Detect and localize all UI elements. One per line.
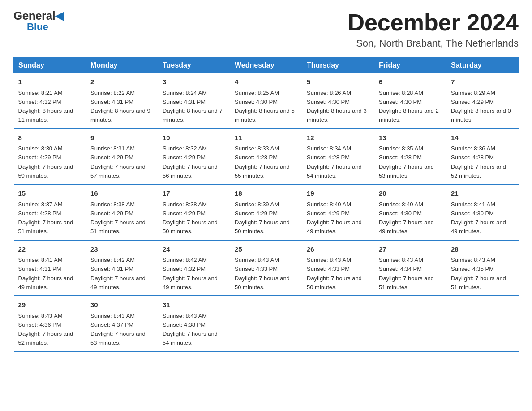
day-daylight: Daylight: 7 hours and 52 minutes. <box>18 330 73 346</box>
day-sunset: Sunset: 4:29 PM <box>163 210 206 217</box>
day-cell: 21 Sunrise: 8:41 AM Sunset: 4:30 PM Dayl… <box>446 184 519 240</box>
day-number: 30 <box>90 300 153 310</box>
day-daylight: Daylight: 7 hours and 51 minutes. <box>379 275 434 291</box>
day-daylight: Daylight: 7 hours and 51 minutes. <box>90 219 146 235</box>
day-sunrise: Sunrise: 8:35 AM <box>379 145 423 152</box>
title-block: December 2024 Son, North Brabant, The Ne… <box>348 9 519 49</box>
week-row-2: 8 Sunrise: 8:30 AM Sunset: 4:29 PM Dayli… <box>14 129 519 185</box>
day-sunrise: Sunrise: 8:26 AM <box>307 90 351 96</box>
day-sunrise: Sunrise: 8:42 AM <box>90 257 135 263</box>
day-daylight: Daylight: 7 hours and 50 minutes. <box>163 219 218 235</box>
day-sunrise: Sunrise: 8:29 AM <box>451 90 495 96</box>
day-sunset: Sunset: 4:30 PM <box>235 98 278 105</box>
day-cell: 15 Sunrise: 8:37 AM Sunset: 4:28 PM Dayl… <box>14 184 86 240</box>
day-cell: 2 Sunrise: 8:22 AM Sunset: 4:31 PM Dayli… <box>86 73 158 129</box>
day-sunset: Sunset: 4:29 PM <box>235 210 278 217</box>
day-sunset: Sunset: 4:29 PM <box>90 210 133 217</box>
day-sunset: Sunset: 4:33 PM <box>235 265 278 272</box>
day-number: 28 <box>451 244 514 255</box>
day-number: 29 <box>18 300 82 310</box>
week-row-5: 29 Sunrise: 8:43 AM Sunset: 4:36 PM Dayl… <box>14 296 519 352</box>
day-daylight: Daylight: 7 hours and 59 minutes. <box>18 163 73 179</box>
day-cell: 8 Sunrise: 8:30 AM Sunset: 4:29 PM Dayli… <box>14 129 86 185</box>
day-cell: 29 Sunrise: 8:43 AM Sunset: 4:36 PM Dayl… <box>14 296 86 352</box>
day-number: 9 <box>90 133 153 143</box>
weekday-header-sunday: Sunday <box>14 58 86 73</box>
day-daylight: Daylight: 7 hours and 54 minutes. <box>307 163 362 179</box>
day-sunset: Sunset: 4:32 PM <box>18 98 61 105</box>
day-sunrise: Sunrise: 8:33 AM <box>235 145 279 152</box>
day-daylight: Daylight: 7 hours and 51 minutes. <box>451 275 506 291</box>
day-sunset: Sunset: 4:31 PM <box>18 265 61 272</box>
day-number: 7 <box>451 77 514 87</box>
day-sunrise: Sunrise: 8:42 AM <box>163 257 207 263</box>
day-number: 25 <box>235 244 297 255</box>
day-sunset: Sunset: 4:31 PM <box>90 98 133 105</box>
day-cell: 10 Sunrise: 8:32 AM Sunset: 4:29 PM Dayl… <box>158 129 230 185</box>
day-sunrise: Sunrise: 8:43 AM <box>163 313 207 319</box>
day-sunrise: Sunrise: 8:43 AM <box>90 313 135 319</box>
weekday-header-wednesday: Wednesday <box>230 58 302 73</box>
day-cell: 31 Sunrise: 8:43 AM Sunset: 4:38 PM Dayl… <box>158 296 230 352</box>
day-daylight: Daylight: 7 hours and 50 minutes. <box>235 275 290 291</box>
day-number: 16 <box>90 188 153 199</box>
day-sunset: Sunset: 4:28 PM <box>18 210 61 217</box>
weekday-header-monday: Monday <box>86 58 158 73</box>
day-daylight: Daylight: 7 hours and 52 minutes. <box>451 163 506 179</box>
day-number: 2 <box>90 77 153 87</box>
day-cell: 24 Sunrise: 8:42 AM Sunset: 4:32 PM Dayl… <box>158 240 230 296</box>
day-cell: 19 Sunrise: 8:40 AM Sunset: 4:29 PM Dayl… <box>302 184 374 240</box>
page-header: General◀ Blue December 2024 Son, North B… <box>13 9 519 49</box>
day-daylight: Daylight: 7 hours and 53 minutes. <box>90 330 146 346</box>
day-sunrise: Sunrise: 8:41 AM <box>18 257 63 263</box>
day-sunrise: Sunrise: 8:43 AM <box>18 313 63 319</box>
day-daylight: Daylight: 7 hours and 50 minutes. <box>307 275 362 291</box>
day-sunset: Sunset: 4:31 PM <box>90 265 133 272</box>
day-daylight: Daylight: 7 hours and 57 minutes. <box>90 163 146 179</box>
day-sunset: Sunset: 4:29 PM <box>163 154 206 161</box>
day-sunrise: Sunrise: 8:28 AM <box>379 90 423 96</box>
day-sunset: Sunset: 4:29 PM <box>18 154 61 161</box>
day-daylight: Daylight: 8 hours and 3 minutes. <box>307 107 367 123</box>
day-sunrise: Sunrise: 8:43 AM <box>379 257 423 263</box>
day-number: 13 <box>379 133 442 143</box>
weekday-header-tuesday: Tuesday <box>158 58 230 73</box>
day-daylight: Daylight: 7 hours and 49 minutes. <box>451 219 506 235</box>
day-sunset: Sunset: 4:28 PM <box>235 154 278 161</box>
day-daylight: Daylight: 7 hours and 49 minutes. <box>307 219 362 235</box>
day-sunset: Sunset: 4:31 PM <box>163 98 206 105</box>
day-cell <box>446 296 519 352</box>
day-daylight: Daylight: 7 hours and 50 minutes. <box>235 219 290 235</box>
day-sunrise: Sunrise: 8:22 AM <box>90 90 135 96</box>
day-number: 5 <box>307 77 369 87</box>
day-cell: 9 Sunrise: 8:31 AM Sunset: 4:29 PM Dayli… <box>86 129 158 185</box>
day-sunset: Sunset: 4:30 PM <box>307 98 350 105</box>
week-row-1: 1 Sunrise: 8:21 AM Sunset: 4:32 PM Dayli… <box>14 73 519 129</box>
day-daylight: Daylight: 8 hours and 7 minutes. <box>163 107 223 123</box>
day-daylight: Daylight: 7 hours and 49 minutes. <box>163 275 218 291</box>
day-sunset: Sunset: 4:33 PM <box>307 265 350 272</box>
day-daylight: Daylight: 8 hours and 11 minutes. <box>18 107 73 123</box>
logo-blue-text: Blue <box>27 21 48 33</box>
month-title: December 2024 <box>348 9 519 36</box>
day-number: 6 <box>379 77 442 87</box>
day-sunset: Sunset: 4:30 PM <box>379 210 422 217</box>
day-cell: 27 Sunrise: 8:43 AM Sunset: 4:34 PM Dayl… <box>374 240 446 296</box>
day-sunset: Sunset: 4:34 PM <box>379 265 422 272</box>
day-daylight: Daylight: 8 hours and 0 minutes. <box>451 107 511 123</box>
day-sunrise: Sunrise: 8:38 AM <box>163 201 207 208</box>
day-number: 8 <box>18 133 82 143</box>
week-row-4: 22 Sunrise: 8:41 AM Sunset: 4:31 PM Dayl… <box>14 240 519 296</box>
day-number: 31 <box>163 300 225 310</box>
day-number: 1 <box>18 77 82 87</box>
day-number: 14 <box>451 133 514 143</box>
day-cell: 20 Sunrise: 8:40 AM Sunset: 4:30 PM Dayl… <box>374 184 446 240</box>
day-sunrise: Sunrise: 8:40 AM <box>307 201 351 208</box>
day-daylight: Daylight: 7 hours and 49 minutes. <box>90 275 146 291</box>
week-row-3: 15 Sunrise: 8:37 AM Sunset: 4:28 PM Dayl… <box>14 184 519 240</box>
day-cell: 14 Sunrise: 8:36 AM Sunset: 4:28 PM Dayl… <box>446 129 519 185</box>
day-cell: 3 Sunrise: 8:24 AM Sunset: 4:31 PM Dayli… <box>158 73 230 129</box>
day-sunrise: Sunrise: 8:25 AM <box>235 90 279 96</box>
day-sunrise: Sunrise: 8:36 AM <box>451 145 495 152</box>
day-number: 23 <box>90 244 153 255</box>
